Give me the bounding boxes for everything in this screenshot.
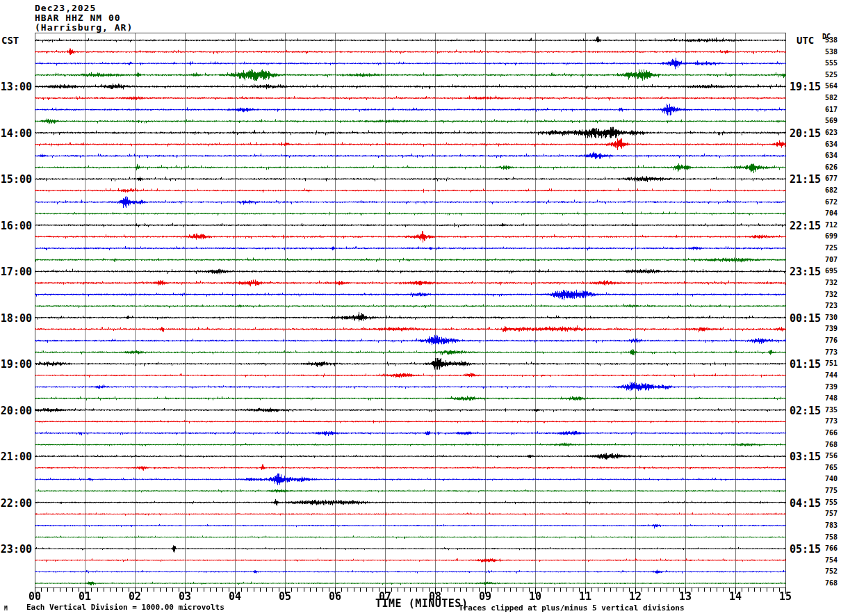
cst-time-label: 21:00 [0,451,32,463]
dc-value: 634 [825,140,838,148]
x-tick-label: 01 [72,590,97,603]
utc-time-label: 00:15 [790,312,827,325]
x-tick-label: 12 [623,590,648,603]
title-station: HBAR HHZ NM 00 [35,13,121,23]
dc-value: 723 [825,302,838,309]
dc-value: 569 [825,117,838,124]
scale-note: Each Vertical Division = 1000.00 microvo… [26,603,224,612]
utc-time-label: 22:15 [790,220,827,232]
dc-value: 695 [825,267,838,275]
x-tick-label: 10 [523,590,548,603]
dc-value: 564 [825,82,838,90]
x-tick-label: 06 [322,590,348,603]
dc-value: 732 [825,291,838,298]
dc-value: 677 [825,175,838,182]
dc-value: 739 [825,325,838,332]
dc-value: 775 [825,487,838,494]
dc-value: 699 [825,232,838,240]
utc-time-label: 23:15 [790,266,827,278]
dc-value: 783 [825,521,838,529]
utc-time-label: 04:15 [790,497,827,510]
cst-time-label: 15:00 [0,173,32,186]
dc-value: 758 [825,533,838,541]
dc-value: 538 [825,36,838,44]
title-date: Dec23,2025 [35,3,96,13]
utc-time-label: 02:15 [790,405,827,417]
utc-time-label: 05:15 [790,543,827,556]
dc-value: 755 [825,499,838,506]
dc-value: 735 [825,406,838,414]
dc-value: 582 [825,94,838,102]
left-timezone-label: CST [1,35,19,46]
dc-value: 538 [825,48,838,56]
x-tick-label: 03 [172,590,197,603]
dc-value: 525 [825,71,838,79]
dc-value: 682 [825,186,838,194]
dc-value: 776 [825,337,838,344]
dc-value: 672 [825,198,838,206]
utc-time-label: 19:15 [790,81,827,93]
dc-value: 739 [825,383,838,391]
dc-value: 707 [825,256,838,264]
x-tick-label: 00 [22,590,47,603]
x-tick-label: 02 [122,590,147,603]
dc-value: 623 [825,129,838,136]
x-tick-label: 04 [222,590,247,603]
x-tick-label: 11 [573,590,598,603]
cst-time-label: 22:00 [0,497,32,510]
dc-value: 773 [825,417,838,425]
seismogram-canvas [35,24,786,596]
dc-value: 765 [825,464,838,471]
dc-value: 768 [825,441,838,448]
x-tick-label: 15 [773,590,798,603]
dc-value: 744 [825,371,838,379]
dc-value: 766 [825,544,838,552]
cst-time-label: 18:00 [0,312,32,325]
dc-value: 773 [825,348,838,356]
utc-time-label: 21:15 [790,173,827,186]
watermark-mark: M [4,606,8,612]
cst-time-label: 20:00 [0,405,32,417]
helicorder-page: Dec23,2025 HBAR HHZ NM 00 (Harrisburg, A… [0,0,841,616]
dc-value: 768 [825,579,838,587]
cst-time-label: 23:00 [0,543,32,556]
dc-value: 730 [825,314,838,321]
dc-value: 704 [825,209,838,217]
utc-time-label: 01:15 [790,358,827,371]
cst-time-label: 17:00 [0,266,32,278]
cst-time-label: 13:00 [0,81,32,93]
x-axis-title: TIME (MINUTES) [375,597,468,610]
x-tick-label: 13 [673,590,698,603]
dc-value: 748 [825,394,838,402]
cst-time-label: 19:00 [0,358,32,371]
dc-value: 740 [825,475,838,483]
dc-value: 754 [825,556,838,564]
cst-time-label: 14:00 [0,127,32,140]
clip-note: Traces clipped at plus/minus 5 vertical … [459,603,685,613]
dc-value: 634 [825,152,838,159]
dc-value: 617 [825,106,838,113]
x-tick-label: 05 [272,590,297,603]
dc-value: 766 [825,429,838,437]
dc-value: 626 [825,163,838,171]
utc-time-label: 20:15 [790,127,827,140]
dc-value: 725 [825,244,838,252]
dc-value: 555 [825,59,838,67]
dc-value: 757 [825,510,838,517]
cst-time-label: 16:00 [0,220,32,232]
right-timezone-label: UTC [797,35,814,46]
x-tick-label: 09 [473,590,498,603]
dc-value: 751 [825,359,838,367]
dc-value: 712 [825,221,838,229]
dc-value: 752 [825,567,838,575]
dc-value: 732 [825,279,838,286]
utc-time-label: 03:15 [790,451,827,463]
dc-value: 756 [825,452,838,460]
x-tick-label: 14 [723,590,748,603]
